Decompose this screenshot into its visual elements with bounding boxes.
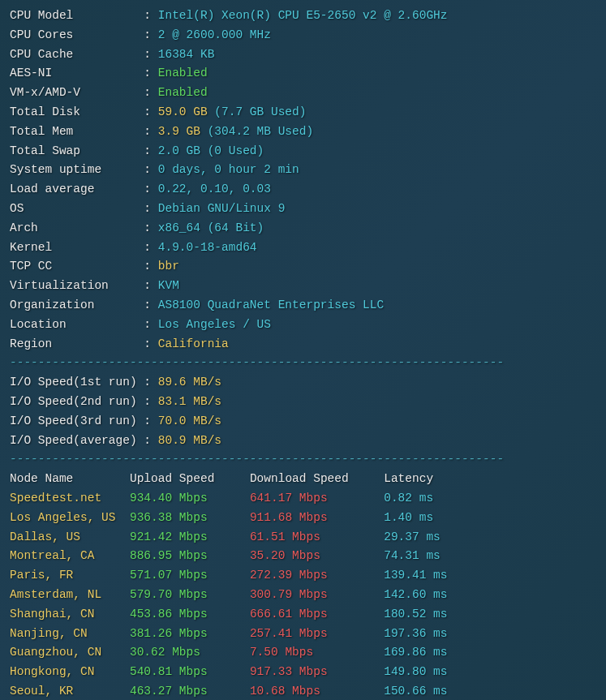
total-mem: 3.9 GB <box>158 125 200 138</box>
total-disk: 59.0 GB <box>158 105 208 118</box>
os: Debian GNU/Linux 9 <box>158 202 286 215</box>
sys-label: Total Disk <box>10 105 144 118</box>
latency: 197.36 ms <box>384 627 447 640</box>
download-speed: 272.39 Mbps <box>250 569 384 582</box>
latency: 0.82 ms <box>384 492 433 505</box>
cpu-cores: 2 @ 2600.000 MHz <box>158 28 271 41</box>
load: 0.22, 0.10, 0.03 <box>158 183 271 195</box>
download-speed: 10.68 Mbps <box>250 685 384 698</box>
latency: 29.37 ms <box>384 530 441 543</box>
latency: 1.40 ms <box>384 511 433 524</box>
upload-speed: 30.62 Mbps <box>130 646 250 659</box>
io-value: 83.1 MB/s <box>158 395 221 408</box>
latency: 142.60 ms <box>384 588 447 601</box>
sys-label: AES-NI <box>10 67 144 79</box>
divider: ----------------------------------------… <box>10 453 504 466</box>
io-value: 80.9 MB/s <box>158 434 221 447</box>
cpu-cache: 16384 KB <box>158 48 215 61</box>
upload-speed: 886.95 Mbps <box>130 549 250 562</box>
node-name: Speedtest.net <box>10 492 130 505</box>
cpu-model: Intel(R) Xeon(R) CPU E5-2650 v2 @ 2.60GH… <box>158 9 448 22</box>
latency: 169.86 ms <box>384 646 447 659</box>
node-name: Amsterdam, NL <box>10 588 130 601</box>
download-speed: 300.79 Mbps <box>250 588 384 601</box>
latency: 139.41 ms <box>384 569 447 582</box>
vmx: Enabled <box>158 86 208 99</box>
tcpcc: bbr <box>158 260 179 273</box>
node-name: Paris, FR <box>10 569 130 582</box>
total-disk-used: (7.7 GB Used) <box>214 105 306 118</box>
io-label: I/O Speed(3rd run) <box>10 414 144 427</box>
total-swap: 2.0 GB (0 Used) <box>158 144 264 157</box>
upload-speed: 579.70 Mbps <box>130 588 250 601</box>
sys-label: CPU Cache <box>10 48 144 61</box>
io-label: I/O Speed(2nd run) <box>10 395 144 408</box>
org: AS8100 QuadraNet Enterprises LLC <box>158 298 384 311</box>
sys-label: System uptime <box>10 163 144 176</box>
download-speed: 61.51 Mbps <box>250 530 384 543</box>
latency: 74.31 ms <box>384 549 441 562</box>
arch: x86_64 (64 Bit) <box>158 221 264 234</box>
node-name: Seoul, KR <box>10 685 130 698</box>
sys-label: Arch <box>10 221 144 234</box>
upload-speed: 921.42 Mbps <box>130 530 250 543</box>
io-label: I/O Speed(1st run) <box>10 376 144 389</box>
sys-label: CPU Model <box>10 9 144 22</box>
download-speed: 911.68 Mbps <box>250 511 384 524</box>
sys-label: Kernel <box>10 241 144 254</box>
upload-speed: 381.26 Mbps <box>130 627 250 640</box>
virt: KVM <box>158 279 179 292</box>
sys-label: TCP CC <box>10 260 144 273</box>
col-down: Download Speed <box>250 472 384 485</box>
sys-label: Total Swap <box>10 144 144 157</box>
latency: 150.66 ms <box>384 685 447 698</box>
col-up: Upload Speed <box>130 472 250 485</box>
upload-speed: 463.27 Mbps <box>130 685 250 698</box>
io-value: 70.0 MB/s <box>158 414 221 427</box>
latency: 180.52 ms <box>384 608 447 621</box>
node-name: Nanjing, CN <box>10 627 130 640</box>
latency: 149.80 ms <box>384 665 447 678</box>
col-node: Node Name <box>10 472 130 485</box>
node-name: Los Angeles, US <box>10 511 130 524</box>
io-value: 89.6 MB/s <box>158 376 221 389</box>
download-speed: 666.61 Mbps <box>250 608 384 621</box>
col-lat: Latency <box>384 472 433 485</box>
sys-label: CPU Cores <box>10 28 144 41</box>
io-label: I/O Speed(average) <box>10 434 144 447</box>
sys-label: OS <box>10 202 144 215</box>
download-speed: 7.50 Mbps <box>250 646 384 659</box>
aesni: Enabled <box>158 67 208 79</box>
sys-label: Location <box>10 318 144 331</box>
sys-label: Load average <box>10 183 144 195</box>
sys-label: Organization <box>10 298 144 311</box>
sys-label: Region <box>10 337 144 350</box>
download-speed: 35.20 Mbps <box>250 549 384 562</box>
total-mem-used: (304.2 MB Used) <box>208 125 314 138</box>
region: California <box>158 337 229 350</box>
upload-speed: 934.40 Mbps <box>130 492 250 505</box>
node-name: Dallas, US <box>10 530 130 543</box>
location: Los Angeles / US <box>158 318 271 331</box>
divider: ----------------------------------------… <box>10 356 504 369</box>
uptime: 0 days, 0 hour 2 min <box>158 163 299 176</box>
terminal-output: CPU Model : Intel(R) Xeon(R) CPU E5-2650… <box>10 6 596 700</box>
download-speed: 917.33 Mbps <box>250 665 384 678</box>
sys-label: Total Mem <box>10 125 144 138</box>
upload-speed: 540.81 Mbps <box>130 665 250 678</box>
node-name: Montreal, CA <box>10 549 130 562</box>
download-speed: 641.17 Mbps <box>250 492 384 505</box>
upload-speed: 936.38 Mbps <box>130 511 250 524</box>
upload-speed: 453.86 Mbps <box>130 608 250 621</box>
node-name: Hongkong, CN <box>10 665 130 678</box>
node-name: Guangzhou, CN <box>10 646 130 659</box>
kernel: 4.9.0-18-amd64 <box>158 241 257 254</box>
sys-label: VM-x/AMD-V <box>10 86 144 99</box>
node-name: Shanghai, CN <box>10 608 130 621</box>
upload-speed: 571.07 Mbps <box>130 569 250 582</box>
download-speed: 257.41 Mbps <box>250 627 384 640</box>
sys-label: Virtualization <box>10 279 144 292</box>
